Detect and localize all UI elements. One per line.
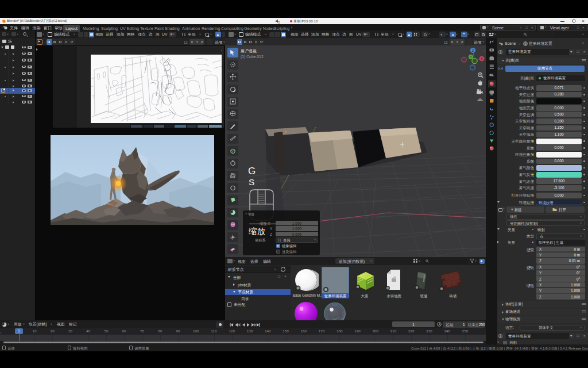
svg-text:X: X [481, 57, 483, 60]
svg-text:Y: Y [470, 55, 472, 59]
